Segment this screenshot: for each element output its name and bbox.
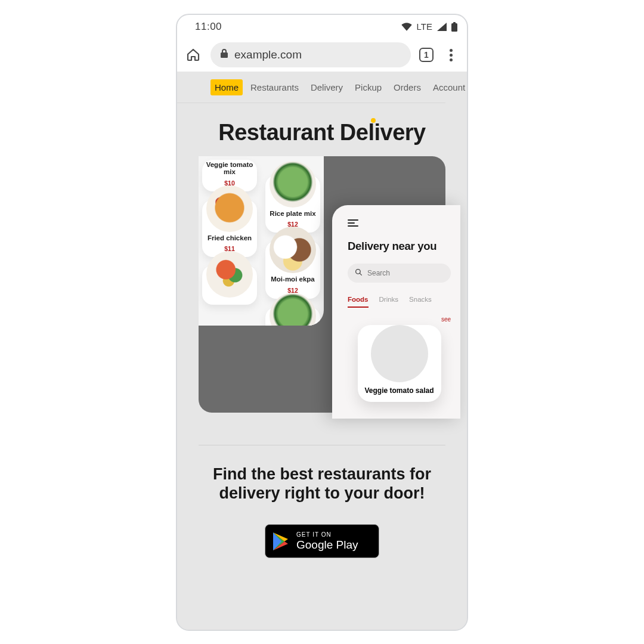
svg-line-4 (360, 273, 361, 275)
tab-snacks: Snacks (409, 296, 432, 308)
svg-rect-2 (221, 52, 228, 58)
svg-rect-0 (451, 23, 457, 32)
lock-icon (220, 48, 228, 61)
mock-phone-left: Veggie tomato mix $10 Fried chicken $11 (199, 156, 324, 326)
play-store-icon (273, 532, 289, 551)
search-icon (355, 268, 363, 278)
food-name: Moi-moi ekpa (268, 275, 318, 283)
see-more-link: see (348, 316, 451, 323)
food-card: Rice plate mix $12 (265, 175, 320, 233)
web-page: Home Restaurants Delivery Pickup Orders … (177, 72, 467, 630)
battery-icon (451, 22, 457, 32)
google-play-badge[interactable]: GET IT ON Google Play (265, 524, 379, 558)
food-name: Fried chicken (205, 234, 255, 242)
food-card: Fried chicken $11 (202, 200, 257, 258)
signal-icon (437, 23, 447, 31)
search-placeholder: Search (367, 269, 390, 277)
svg-rect-1 (453, 22, 456, 24)
url-text: example.com (234, 48, 302, 61)
nav-delivery[interactable]: Delivery (306, 79, 347, 95)
overflow-menu-icon[interactable] (442, 46, 460, 64)
page-title: Restaurant Delivery (177, 120, 467, 145)
hero-mockups: Veggie tomato mix $10 Fried chicken $11 (199, 156, 445, 419)
status-bar: 11:00 LTE (177, 15, 467, 39)
nav-pickup[interactable]: Pickup (351, 79, 386, 95)
search-input: Search (348, 264, 451, 283)
section-divider (199, 445, 445, 445)
featured-name: Veggie tomato salad (363, 387, 436, 395)
sub-heading: Find the best restaurants for delivery r… (195, 465, 449, 503)
nav-account[interactable]: Account (429, 79, 467, 95)
play-big-text: Google Play (296, 539, 358, 550)
tab-foods: Foods (348, 296, 369, 308)
device-frame: 11:00 LTE (176, 14, 468, 631)
accent-dot-icon (371, 118, 376, 123)
tab-drinks: Drinks (379, 296, 399, 308)
hamburger-icon (348, 219, 358, 227)
nav-home[interactable]: Home (210, 79, 243, 95)
status-time: 11:00 (195, 21, 222, 33)
mock-phone-right: Delivery near you Search Foods Drinks Sn… (332, 205, 460, 419)
url-bar[interactable]: example.com (210, 42, 411, 67)
play-small-text: GET IT ON (296, 532, 358, 538)
food-card (265, 307, 320, 326)
nav-restaurants[interactable]: Restaurants (246, 79, 303, 95)
nav-orders[interactable]: Orders (389, 79, 425, 95)
home-icon[interactable] (184, 46, 202, 64)
food-name: Rice plate mix (268, 210, 318, 218)
featured-card: Veggie tomato salad (358, 325, 441, 402)
site-nav: Home Restaurants Delivery Pickup Orders … (177, 72, 445, 103)
food-card (202, 265, 257, 305)
right-heading: Delivery near you (348, 240, 451, 253)
wifi-icon (401, 23, 412, 31)
category-tabs: Foods Drinks Snacks (348, 296, 451, 308)
browser-chrome: example.com 1 (177, 39, 467, 72)
food-card: Moi-moi ekpa $12 (265, 241, 320, 299)
tab-switcher[interactable]: 1 (419, 48, 434, 62)
food-name: Veggie tomato mix (205, 161, 255, 176)
network-label: LTE (417, 21, 432, 32)
